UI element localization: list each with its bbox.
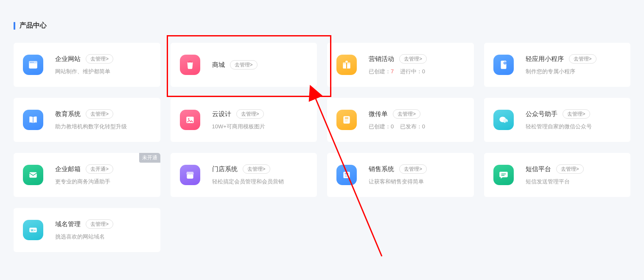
card-title: 微传单: [369, 110, 388, 118]
manage-button[interactable]: 去管理>: [230, 60, 258, 69]
image-icon: [180, 110, 200, 130]
svg-rect-24: [345, 176, 348, 177]
manage-button[interactable]: 去管理>: [86, 54, 113, 64]
window-icon: [23, 55, 43, 75]
card-marketing[interactable]: 营销活动 去管理> 已创建：7 进行中：0: [327, 43, 474, 87]
card-desc: 挑选喜欢的网站域名: [55, 233, 151, 241]
card-title: 域名管理: [55, 220, 81, 228]
card-title: 教育系统: [55, 110, 81, 118]
svg-rect-25: [501, 174, 506, 175]
card-flyer[interactable]: 微传单 去管理> 已创建：0 已发布：0: [327, 98, 474, 142]
mail-icon: [23, 165, 43, 185]
manage-button[interactable]: 去管理>: [393, 109, 420, 119]
card-desc: 让获客和销售变得简单: [369, 178, 465, 186]
card-wechat-assistant[interactable]: 公众号助手 去管理> 轻松管理自家的微信公众号: [484, 98, 631, 142]
card-stats: 已创建：0 已发布：0: [369, 123, 465, 130]
activate-button[interactable]: 去开通>: [86, 164, 113, 174]
manage-button[interactable]: 去管理>: [556, 164, 584, 174]
card-title: 企业网站: [55, 55, 81, 63]
stat-label: 已创建：: [369, 123, 391, 130]
svg-text:W.=: W.=: [31, 229, 36, 232]
list-icon: [336, 165, 357, 185]
card-title: 轻应用小程序: [526, 55, 564, 63]
card-cloud-design[interactable]: 云设计 去管理> 10W+可商用模板图片: [171, 98, 317, 142]
status-badge: 未开通: [139, 153, 160, 163]
manage-button[interactable]: 去管理>: [243, 164, 270, 174]
svg-rect-20: [29, 172, 36, 178]
card-store[interactable]: 门店系统 去管理> 轻松搞定会员管理和会员营销: [171, 153, 317, 197]
manage-button[interactable]: 去管理>: [399, 54, 427, 64]
title-accent-bar: [14, 22, 15, 30]
card-enterprise-website[interactable]: 企业网站 去管理> 网站制作、维护都简单: [14, 43, 160, 87]
svg-rect-26: [501, 175, 504, 176]
card-title: 公众号助手: [526, 110, 557, 118]
svg-rect-7: [346, 63, 347, 69]
card-email[interactable]: 未开通 企业邮箱 去开通> 更专业的商务沟通助手: [14, 153, 160, 197]
svg-rect-23: [345, 175, 349, 175]
manage-button[interactable]: 去管理>: [563, 109, 590, 119]
card-sales[interactable]: 销售系统 去管理> 让获客和销售变得简单: [327, 153, 474, 197]
card-sms[interactable]: 短信平台 去管理> 短信发送管理平台: [484, 153, 631, 197]
svg-rect-14: [345, 118, 349, 119]
card-desc: 制作您的专属小程序: [526, 68, 622, 75]
card-shop[interactable]: 商城 去管理>: [171, 43, 317, 87]
card-title: 短信平台: [526, 165, 551, 173]
card-domain[interactable]: W.= 域名管理 去管理> 挑选喜欢的网站域名: [14, 208, 160, 252]
card-desc: 助力教培机构数字化转型升级: [55, 123, 151, 130]
manage-button[interactable]: 去管理>: [569, 54, 596, 64]
phone-app-icon: [493, 55, 514, 75]
card-desc: 10W+可商用模板图片: [212, 123, 308, 130]
store-icon: [180, 165, 200, 185]
card-stats: 已创建：7 进行中：0: [369, 68, 465, 75]
svg-rect-16: [345, 121, 348, 122]
card-desc: 更专业的商务沟通助手: [55, 178, 151, 186]
card-desc: 网站制作、维护都简单: [55, 68, 151, 75]
domain-icon: W.=: [23, 220, 43, 240]
card-title: 门店系统: [212, 165, 238, 173]
stat-label: 已发布：: [400, 123, 422, 130]
manage-button[interactable]: 去管理>: [236, 109, 264, 119]
stat-label: 进行中：: [400, 68, 422, 75]
stat-value: 7: [391, 68, 394, 75]
book-icon: [23, 110, 43, 130]
svg-point-4: [33, 62, 34, 63]
card-education[interactable]: 教育系统 去管理> 助力教培机构数字化转型升级: [14, 98, 160, 142]
svg-point-12: [188, 118, 189, 119]
manage-button[interactable]: 去管理>: [86, 109, 113, 119]
card-title: 企业邮箱: [55, 165, 81, 173]
flyer-icon: [336, 110, 357, 130]
manage-button[interactable]: 去管理>: [399, 164, 427, 174]
manage-button[interactable]: 去管理>: [86, 219, 113, 229]
product-grid: 企业网站 去管理> 网站制作、维护都简单 商城 去管理>: [14, 43, 630, 252]
svg-point-2: [30, 62, 31, 63]
message-icon: [493, 165, 514, 185]
card-title: 营销活动: [369, 55, 394, 63]
title-text: 产品中心: [20, 21, 47, 30]
stat-label: 已创建：: [369, 68, 391, 75]
svg-rect-22: [345, 173, 349, 174]
card-desc: 轻松管理自家的微信公众号: [526, 123, 622, 130]
card-desc: 轻松搞定会员管理和会员营销: [212, 178, 308, 186]
stat-value: 0: [422, 123, 425, 130]
stat-value: 0: [391, 123, 394, 130]
card-miniprogram[interactable]: 轻应用小程序 去管理> 制作您的专属小程序: [484, 43, 631, 87]
card-title: 销售系统: [369, 165, 394, 173]
gift-icon: [336, 55, 357, 75]
svg-point-9: [504, 61, 507, 64]
card-title: 云设计: [212, 110, 231, 118]
wechat-icon: [493, 110, 514, 130]
shopping-bag-icon: [180, 55, 200, 75]
stat-value: 0: [422, 68, 425, 75]
svg-rect-15: [345, 119, 349, 120]
card-title: 商城: [212, 61, 225, 69]
section-title: 产品中心: [14, 21, 630, 30]
card-desc: 短信发送管理平台: [526, 178, 622, 186]
svg-point-3: [31, 62, 32, 63]
